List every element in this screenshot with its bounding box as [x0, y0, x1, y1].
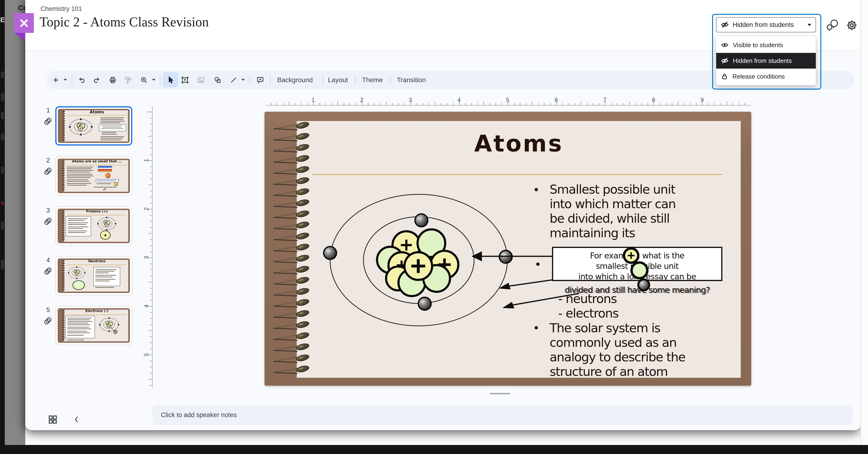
ruler-tick [739, 103, 739, 105]
transition-indicator-icon[interactable] [44, 267, 52, 275]
ruler-tick [150, 252, 152, 252]
zoom-button[interactable] [140, 76, 148, 84]
ruler-number: 3 [143, 256, 150, 259]
ruler-tick [150, 148, 152, 149]
slide-bullet-text[interactable]: The solar system is commonly used as an … [550, 321, 685, 379]
lock-icon [721, 73, 728, 80]
ruler-tick [520, 103, 520, 105]
ruler-tick [150, 276, 152, 276]
visibility-menu: Visible to students Hidden from students… [716, 36, 816, 85]
toolbar-separator [355, 75, 355, 85]
ruler-tick [307, 103, 308, 105]
ruler-tick [562, 103, 563, 105]
neutron-ball [72, 280, 85, 290]
transition-indicator-icon[interactable] [44, 217, 52, 225]
mini-atom-diagram [65, 265, 88, 281]
ruler-tick [708, 103, 709, 105]
ruler-tick [150, 312, 152, 313]
slide-title[interactable]: Atoms [297, 130, 741, 157]
text-box-tool[interactable] [181, 76, 189, 84]
slide-thumbnail-card[interactable]: Electrons (-) [55, 306, 132, 345]
transition-indicator-icon[interactable] [44, 117, 52, 125]
ruler-tick [150, 245, 152, 246]
ruler-tick [325, 103, 326, 105]
slide-thumbnail-1: 1 Atoms [55, 106, 132, 145]
balloons-button[interactable] [825, 18, 839, 32]
menu-item-label: Visible to students [733, 41, 783, 49]
ruler-tick [150, 197, 152, 197]
ruler-tick [471, 103, 472, 105]
menu-item-visible-to-students[interactable]: Visible to students [716, 37, 816, 53]
new-slide-button[interactable] [52, 76, 60, 84]
ruler-tick [374, 103, 374, 105]
ruler-tick [150, 221, 152, 222]
print-button[interactable] [109, 76, 117, 84]
ruler-number: 4 [143, 304, 150, 308]
settings-button[interactable] [844, 18, 860, 33]
ruler-tick [641, 103, 642, 105]
ruler-tick [147, 112, 152, 112]
slide-thumbnail-card[interactable]: Protons (+) [55, 206, 132, 246]
transition-indicator-icon[interactable] [44, 317, 52, 325]
ruler-tick [277, 103, 277, 105]
slide-thumbnail-card[interactable]: Atoms are so small that ... [55, 156, 132, 196]
zoom-caret[interactable] [152, 79, 155, 81]
insert-image-tool[interactable] [197, 76, 205, 84]
menu-item-release-conditions[interactable]: Release conditions [716, 69, 816, 84]
app-root: E Co Chemistry 101 Topic 2 - Atoms Class… [0, 0, 868, 454]
slide-scroll-handle[interactable] [490, 393, 510, 394]
slide-thumbnail-card[interactable]: Atoms [55, 106, 132, 145]
close-button[interactable] [14, 13, 34, 33]
ruler-tick [726, 101, 727, 105]
modal-backdrop: Co [5, 0, 25, 454]
transition-indicator-icon[interactable] [44, 167, 52, 175]
collapse-filmstrip-button[interactable] [73, 415, 80, 423]
ruler-tick [490, 103, 490, 105]
slide-bullet-text[interactable]: Smallest possible unit into which matter… [550, 182, 676, 240]
toolbar-separator [72, 75, 72, 85]
ruler-tick [149, 136, 152, 136]
callout-overflow-line: divided and still have some meaning? [552, 285, 722, 295]
ruler-number: 4 [457, 96, 461, 103]
breadcrumb: Chemistry 101 [40, 5, 82, 12]
theme-button[interactable]: Theme [362, 70, 383, 90]
undo-button[interactable] [78, 76, 86, 84]
slide-thumbnail-5: 5 Electrons (-) [55, 306, 132, 345]
ruler-tick [338, 101, 338, 105]
insert-line-tool[interactable] [229, 76, 238, 84]
browser-scrollbar[interactable] [860, 0, 868, 454]
ruler-tick [593, 103, 593, 105]
ruler-tick [295, 103, 296, 105]
ruler-tick [733, 103, 733, 105]
slide-canvas[interactable]: Atoms Smallest possible unit into which … [265, 112, 751, 386]
speaker-notes-input[interactable]: Click to add speaker notes [152, 405, 852, 425]
menu-item-hidden-from-students[interactable]: Hidden from students [716, 53, 816, 69]
grid-view-button[interactable] [48, 415, 57, 424]
redo-button[interactable] [93, 76, 101, 84]
insert-comment-tool[interactable] [256, 76, 264, 84]
new-slide-caret[interactable] [64, 79, 67, 81]
insert-shape-tool[interactable] [214, 76, 222, 84]
select-cursor-tool[interactable] [166, 76, 175, 84]
visibility-dropdown-button[interactable]: Hidden from students [716, 17, 816, 32]
paint-format-button[interactable] [124, 76, 132, 84]
ruler-tick [150, 270, 152, 270]
slide-thumbnail-3: 3 Protons (+) [55, 206, 132, 246]
ruler-tick [150, 343, 152, 343]
toolbar-separator [322, 75, 323, 85]
slide-thumbnail-card[interactable]: Neutrons [55, 256, 132, 295]
background-button[interactable]: Background [277, 70, 313, 90]
toolbar-separator [390, 75, 391, 85]
transition-button[interactable]: Transition [397, 70, 426, 90]
slide-sub-bullets[interactable]: - neutrons - electrons [558, 292, 618, 321]
layout-button[interactable]: Layout [328, 70, 348, 90]
thumbnail-slide-title: Neutrons [66, 259, 128, 263]
ruler-tick [599, 103, 599, 105]
callout-box[interactable]: For example, what is the smallest possib… [552, 247, 722, 281]
ruler-number: 5 [143, 353, 150, 356]
mini-atom-diagram [66, 117, 95, 138]
speaker-notes-placeholder: Click to add speaker notes [161, 411, 237, 419]
line-tool-caret[interactable] [241, 79, 245, 81]
ruler-tick [575, 103, 575, 105]
ruler-tick [477, 103, 478, 105]
